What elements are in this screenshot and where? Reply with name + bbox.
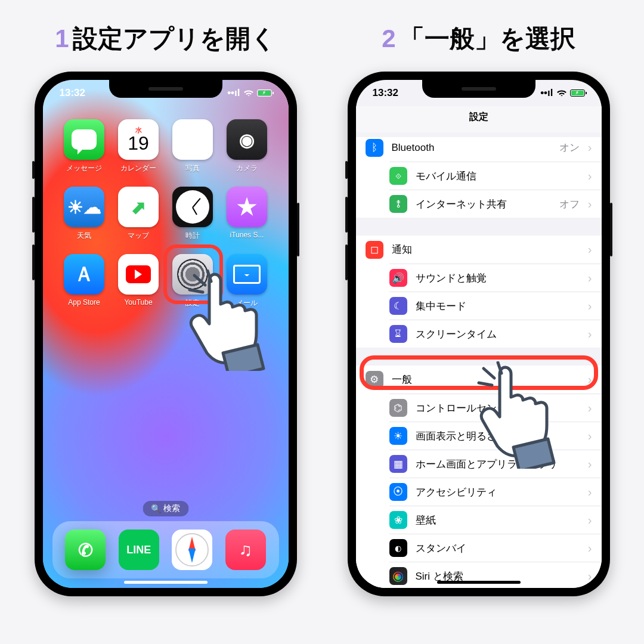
row-hotspot[interactable]: ⥉ インターネット共有 オフ ›	[389, 190, 602, 218]
settings-screen[interactable]: 13:32 ••ıl ⚡︎ 設定 ᛒ Bl	[356, 80, 602, 588]
app-label: 設定	[185, 298, 200, 308]
star-icon: ★	[237, 194, 257, 220]
row-label: モバイル通信	[416, 169, 580, 183]
row-control-center[interactable]: ⌬ コントロールセンター ›	[389, 394, 602, 422]
row-label: スクリーンタイム	[416, 327, 580, 341]
row-bluetooth[interactable]: ᛒ Bluetooth オン ›	[356, 137, 602, 162]
chevron-right-icon: ›	[588, 569, 592, 583]
app-label: メール	[236, 298, 258, 308]
row-wallpaper[interactable]: ❀ 壁紙 ›	[389, 506, 602, 534]
accessibility-icon: ⦿	[389, 483, 407, 501]
bluetooth-icon: ᛒ	[366, 139, 383, 157]
gear-icon: ⚙︎	[366, 371, 383, 389]
row-standby[interactable]: ◐ スタンバイ ›	[389, 534, 602, 562]
app-label: 時計	[185, 231, 200, 241]
camera-icon: ◉	[239, 129, 255, 150]
speaker-icon: 🔊	[389, 269, 407, 287]
app-camera[interactable]: ◉ カメラ	[220, 119, 274, 174]
home-indicator[interactable]	[437, 581, 521, 584]
phone-icon: ✆	[78, 540, 93, 561]
status-time: 13:32	[60, 87, 85, 99]
row-mobile-data[interactable]: ⟐ モバイル通信 ›	[389, 162, 602, 190]
compass-icon	[175, 533, 209, 566]
row-accessibility[interactable]: ⦿ アクセシビリティ ›	[389, 478, 602, 506]
step2-number: 2	[382, 24, 395, 54]
search-label: 検索	[163, 503, 180, 514]
signal-icon: ••ıl	[540, 87, 553, 99]
app-appstore[interactable]: Ａ App Store	[57, 254, 112, 308]
app-photos[interactable]: ✳︎ 写真	[166, 119, 220, 174]
chevron-right-icon: ›	[588, 271, 592, 285]
row-label: 画面表示と明るさ	[416, 429, 580, 443]
dock-app-line[interactable]: LINE	[119, 530, 159, 570]
row-label: サウンドと触覚	[416, 271, 580, 285]
app-calendar[interactable]: 水 19 カレンダー	[112, 119, 166, 174]
chevron-right-icon: ›	[588, 141, 592, 154]
row-label: 集中モード	[416, 299, 580, 313]
app-youtube[interactable]: YouTube	[112, 254, 166, 308]
row-focus[interactable]: ☾ 集中モード ›	[389, 292, 602, 320]
home-screen[interactable]: 13:32 ••ıl ⚡︎ メッセージ	[43, 80, 289, 588]
row-sounds[interactable]: 🔊 サウンドと触覚 ›	[389, 264, 602, 292]
phone-mute-switch	[32, 161, 35, 179]
phone-volume-up	[32, 197, 35, 233]
siri-icon: ◉	[389, 567, 407, 585]
spotlight-search[interactable]: 🔍 検索	[143, 501, 188, 516]
dock-app-music[interactable]: ♫	[225, 530, 266, 570]
phone-volume-up	[345, 197, 348, 233]
chevron-right-icon: ›	[588, 429, 592, 443]
app-settings[interactable]: 設定	[166, 254, 220, 308]
app-itunes-store[interactable]: ★ iTunes S...	[220, 187, 274, 241]
brightness-icon: ☀︎	[389, 427, 407, 445]
chevron-right-icon: ›	[588, 401, 592, 415]
chevron-right-icon: ›	[588, 299, 592, 313]
row-label: アクセシビリティ	[416, 485, 580, 499]
row-label: 通知	[392, 243, 580, 256]
phone-power-button	[610, 203, 612, 256]
hourglass-icon: ⌛︎	[389, 325, 407, 343]
phone-mute-switch	[345, 161, 348, 179]
dock-app-phone[interactable]: ✆	[65, 530, 106, 570]
app-mail[interactable]: メール	[220, 254, 274, 308]
app-label: カレンダー	[120, 163, 156, 174]
row-notifications[interactable]: ◻︎ 通知 ›	[356, 236, 602, 264]
switches-icon: ⌬	[389, 399, 407, 417]
row-display[interactable]: ☀︎ 画面表示と明るさ ›	[389, 422, 602, 450]
app-label: メッセージ	[66, 163, 102, 174]
chevron-right-icon: ›	[588, 243, 592, 256]
home-indicator[interactable]	[124, 581, 208, 584]
row-general[interactable]: ⚙︎ 一般 ›	[356, 366, 602, 394]
row-screentime[interactable]: ⌛︎ スクリーンタイム ›	[389, 320, 602, 348]
phone-notch	[422, 80, 535, 98]
row-home-screen[interactable]: ▦ ホーム画面とアプリライブラリ ›	[389, 450, 602, 478]
app-maps[interactable]: ⬈ マップ	[112, 187, 166, 241]
chevron-right-icon: ›	[588, 541, 592, 555]
gear-icon	[177, 259, 208, 290]
chevron-right-icon: ›	[588, 373, 592, 386]
settings-list[interactable]: ᛒ Bluetooth オン › ⟐ モバイル通信 › ⥉ インターネット共有 …	[356, 137, 602, 588]
page-title: 設定	[469, 111, 488, 123]
status-time: 13:32	[373, 87, 398, 99]
chevron-right-icon: ›	[588, 169, 592, 183]
row-value: オン	[559, 141, 580, 154]
wallpaper-icon: ❀	[389, 511, 407, 529]
app-clock[interactable]: 時計	[166, 187, 220, 241]
envelope-icon	[233, 265, 261, 284]
app-label: 写真	[185, 163, 200, 174]
step1-number: 1	[55, 24, 69, 54]
row-siri[interactable]: ◉ Siri と検索 ›	[389, 562, 602, 588]
maps-icon: ⬈	[131, 197, 146, 218]
dock-app-safari[interactable]	[172, 530, 212, 570]
antenna-icon: ⟐	[389, 167, 407, 185]
photos-icon: ✳︎	[184, 127, 202, 152]
app-messages[interactable]: メッセージ	[57, 119, 112, 174]
dock: ✆ LINE ♫	[52, 521, 279, 578]
app-weather[interactable]: ☀︎☁︎ 天気	[57, 187, 112, 241]
app-label: マップ	[128, 231, 149, 241]
speech-bubble-icon	[72, 129, 97, 150]
phone-frame-left: 13:32 ••ıl ⚡︎ メッセージ	[35, 72, 297, 596]
app-label: カメラ	[236, 163, 258, 174]
wifi-icon	[556, 87, 567, 99]
chevron-right-icon: ›	[588, 485, 592, 499]
weather-icon: ☀︎☁︎	[67, 197, 101, 218]
